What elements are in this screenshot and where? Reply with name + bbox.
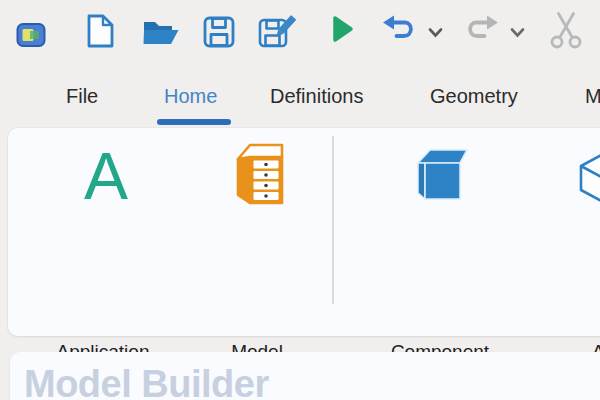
run-icon bbox=[332, 15, 354, 47]
undo-dropdown-icon bbox=[428, 24, 443, 42]
new-file-icon bbox=[85, 14, 115, 52]
open-file-icon bbox=[142, 18, 180, 50]
tab-geometry[interactable]: Geometry bbox=[430, 82, 518, 110]
save-as-button[interactable] bbox=[258, 16, 296, 50]
open-button[interactable] bbox=[142, 20, 180, 48]
app-menu-button[interactable] bbox=[16, 24, 46, 50]
cut-button[interactable] bbox=[549, 13, 583, 51]
model-manager-button[interactable]: Model Manager bbox=[177, 136, 337, 306]
redo-icon bbox=[464, 14, 500, 48]
tab-definitions[interactable]: Definitions bbox=[270, 82, 363, 110]
ribbon-home-panel: A Application Builder bbox=[8, 128, 600, 336]
application-builder-button[interactable]: A Application Builder bbox=[18, 136, 188, 306]
save-as-icon bbox=[258, 14, 296, 52]
undo-button[interactable] bbox=[381, 16, 417, 46]
cut-icon bbox=[549, 11, 583, 53]
model-builder-panel: Model Builder bbox=[10, 352, 600, 400]
undo-dropdown-button[interactable] bbox=[428, 27, 443, 38]
redo-dropdown-button[interactable] bbox=[510, 27, 525, 38]
save-button[interactable] bbox=[203, 18, 235, 50]
save-icon bbox=[203, 16, 235, 52]
undo-icon bbox=[381, 14, 417, 48]
model-manager-icon bbox=[230, 139, 288, 209]
component-1-button[interactable]: Component 1 bbox=[360, 136, 520, 306]
app-logo-icon bbox=[16, 22, 46, 52]
redo-dropdown-icon bbox=[510, 24, 525, 42]
run-button[interactable] bbox=[332, 17, 354, 45]
tab-materials[interactable]: Materials bbox=[585, 82, 600, 110]
application-builder-icon: A bbox=[78, 144, 134, 208]
component-cube-icon bbox=[411, 144, 469, 206]
add-component-button[interactable]: Add Component bbox=[544, 136, 600, 306]
active-tab-underline bbox=[157, 119, 231, 125]
model-builder-title: Model Builder bbox=[24, 363, 269, 400]
redo-button[interactable] bbox=[464, 16, 500, 46]
comsol-window: File Home Definitions Geometry Materials… bbox=[0, 0, 600, 400]
new-file-button[interactable] bbox=[85, 16, 115, 50]
ribbon-group-separator bbox=[332, 136, 334, 304]
tab-file[interactable]: File bbox=[66, 82, 98, 110]
add-component-icon bbox=[577, 150, 600, 210]
tab-home[interactable]: Home bbox=[164, 82, 217, 110]
